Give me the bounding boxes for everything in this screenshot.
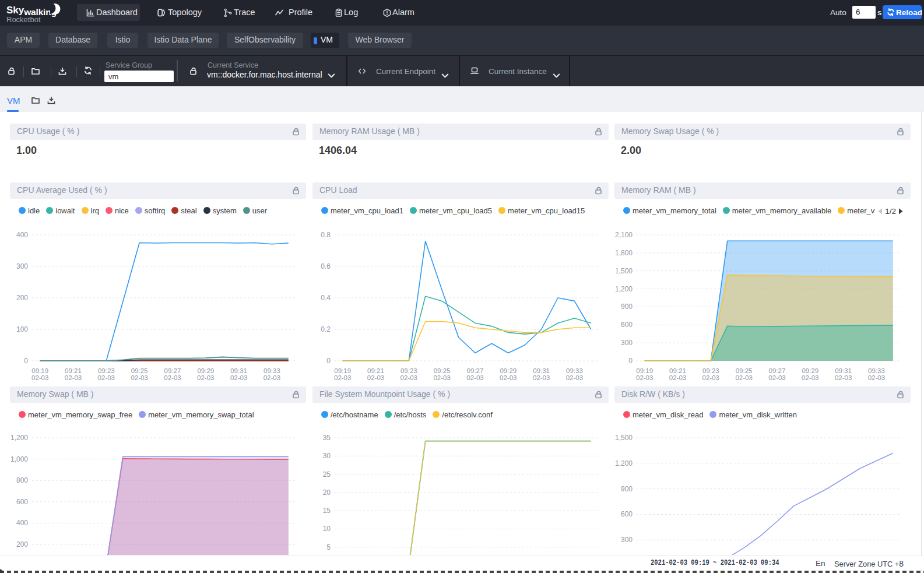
svg-text:900: 900 [621,485,633,493]
svg-text:02-03: 02-03 [31,374,48,381]
svg-text:02-03: 02-03 [433,374,450,381]
svg-text:300: 300 [621,536,633,544]
svg-text:600: 600 [16,498,28,506]
svg-text:5: 5 [326,543,331,551]
svg-text:1,800: 1,800 [615,249,633,257]
svg-text:0: 0 [24,357,28,365]
svg-text:02-03: 02-03 [466,374,483,381]
svg-text:0: 0 [628,357,633,365]
svg-text:09:31: 09:31 [533,367,550,374]
svg-text:09:27: 09:27 [769,367,786,374]
svg-text:09:31: 09:31 [230,367,247,374]
svg-text:300: 300 [621,339,633,347]
svg-text:02-03: 02-03 [768,374,785,381]
svg-text:09:21: 09:21 [367,367,384,374]
svg-text:02-03: 02-03 [868,374,885,381]
svg-text:09:25: 09:25 [131,367,148,374]
svg-text:2,100: 2,100 [615,231,633,239]
svg-text:1,200: 1,200 [615,285,633,293]
svg-text:02-03: 02-03 [702,374,719,381]
svg-text:09:29: 09:29 [500,367,517,374]
svg-text:02-03: 02-03 [197,374,214,381]
svg-text:02-03: 02-03 [264,374,280,381]
svg-text:09:27: 09:27 [467,367,484,374]
svg-text:100: 100 [16,325,28,333]
svg-text:200: 200 [16,294,28,302]
svg-text:1,500: 1,500 [615,434,633,442]
svg-text:02-03: 02-03 [98,374,115,381]
svg-text:400: 400 [16,231,28,239]
svg-text:09:19: 09:19 [31,367,48,374]
svg-text:02-03: 02-03 [334,374,351,381]
svg-text:02-03: 02-03 [533,374,550,381]
svg-text:02-03: 02-03 [65,374,82,381]
svg-text:09:27: 09:27 [164,367,181,374]
svg-text:35: 35 [323,434,331,442]
svg-text:09:21: 09:21 [65,367,82,374]
svg-text:300: 300 [16,262,28,270]
svg-text:20: 20 [323,488,331,497]
svg-text:09:19: 09:19 [334,367,351,374]
svg-text:09:19: 09:19 [636,367,653,374]
svg-text:02-03: 02-03 [802,374,818,381]
svg-text:02-03: 02-03 [131,374,147,381]
svg-text:09:21: 09:21 [669,367,686,374]
svg-text:600: 600 [621,510,633,518]
svg-text:09:25: 09:25 [434,367,451,374]
svg-text:09:23: 09:23 [400,367,417,374]
svg-text:900: 900 [621,303,633,311]
svg-text:1,500: 1,500 [615,267,633,275]
svg-text:0.8: 0.8 [321,231,331,239]
svg-text:800: 800 [16,476,28,484]
svg-text:0.2: 0.2 [321,325,331,333]
svg-text:02-03: 02-03 [230,374,247,381]
svg-text:09:33: 09:33 [264,367,280,374]
svg-text:09:33: 09:33 [868,367,885,374]
svg-text:09:25: 09:25 [736,367,753,374]
svg-text:200: 200 [16,540,28,549]
svg-text:02-03: 02-03 [735,374,752,381]
svg-text:09:23: 09:23 [702,367,719,374]
svg-text:09:29: 09:29 [197,367,214,374]
svg-text:0.4: 0.4 [321,294,331,302]
svg-text:02-03: 02-03 [164,374,181,381]
svg-text:1,000: 1,000 [10,455,28,463]
svg-text:30: 30 [323,452,331,460]
svg-text:02-03: 02-03 [500,374,517,381]
svg-text:09:33: 09:33 [566,367,583,374]
svg-text:0: 0 [326,357,331,365]
svg-text:02-03: 02-03 [835,374,852,381]
svg-text:0.6: 0.6 [321,262,331,270]
svg-text:02-03: 02-03 [367,374,384,381]
svg-text:1,200: 1,200 [10,434,28,442]
svg-text:02-03: 02-03 [636,374,653,381]
svg-text:1,200: 1,200 [615,459,633,467]
svg-text:10: 10 [323,525,331,533]
svg-text:09:29: 09:29 [802,367,818,374]
svg-text:02-03: 02-03 [400,374,417,381]
svg-text:600: 600 [621,321,633,329]
svg-text:400: 400 [16,519,28,527]
svg-text:02-03: 02-03 [669,374,686,381]
svg-text:02-03: 02-03 [566,374,583,381]
svg-text:09:23: 09:23 [98,367,115,374]
svg-text:15: 15 [323,507,331,515]
svg-text:25: 25 [323,470,331,479]
svg-text:09:31: 09:31 [835,367,852,374]
